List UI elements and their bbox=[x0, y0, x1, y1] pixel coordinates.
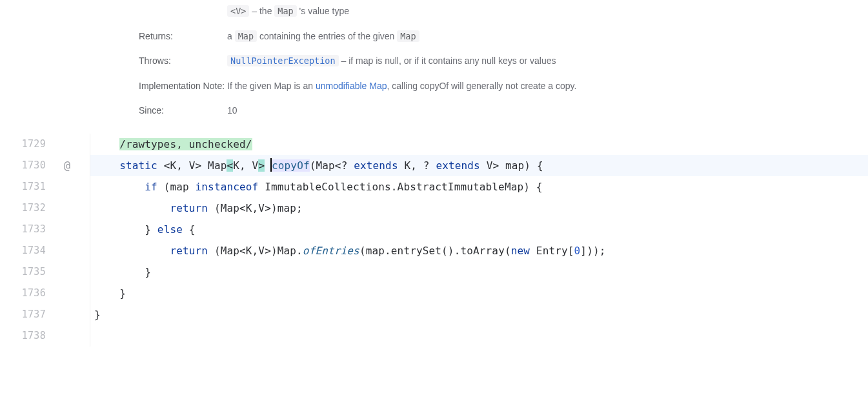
line-number: 1733 bbox=[22, 223, 90, 235]
doc-since-value: 10 bbox=[227, 103, 237, 117]
doc-impl-label: Implementation Note: bbox=[139, 79, 227, 93]
code-content[interactable]: /rawtypes, unchecked/ static <K, V> Map<… bbox=[90, 134, 868, 347]
code-line[interactable]: if (map instanceof ImmutableCollections.… bbox=[90, 176, 868, 198]
gutter-row[interactable]: 1732 bbox=[0, 198, 90, 219]
line-number: 1735 bbox=[22, 266, 90, 278]
code-line[interactable]: } bbox=[90, 261, 868, 283]
gutter-row[interactable]: 1736 bbox=[0, 283, 90, 304]
doc-throws-label: Throws: bbox=[139, 54, 227, 68]
gutter-row[interactable]: 1738 bbox=[0, 325, 90, 347]
line-number: 1737 bbox=[22, 309, 90, 320]
line-number: 1734 bbox=[22, 245, 90, 256]
doc-returns-label: Returns: bbox=[139, 29, 227, 44]
doc-code-badge: Map bbox=[235, 30, 257, 42]
doc-exception-link[interactable]: NullPointerException bbox=[227, 55, 339, 66]
doc-since-label: Since: bbox=[139, 103, 227, 117]
code-line[interactable]: /rawtypes, unchecked/ bbox=[90, 134, 868, 155]
line-number: 1731 bbox=[22, 181, 90, 192]
code-line[interactable]: return (Map<K,V>)Map.ofEntries(map.entry… bbox=[90, 240, 868, 261]
line-number: 1738 bbox=[22, 330, 90, 341]
gutter-row[interactable]: 1730@ bbox=[0, 155, 90, 176]
code-line[interactable]: } bbox=[90, 304, 868, 325]
doc-code-badge: Map bbox=[397, 30, 419, 42]
gutter-row[interactable]: 1733 bbox=[0, 219, 90, 240]
javadoc-panel: <V> – the Map 's value type Returns: a M… bbox=[0, 0, 868, 134]
doc-unmodifiable-link[interactable]: unmodifiable Map bbox=[316, 81, 387, 91]
line-gutter[interactable]: 1729 1730@ 1731 1732 1733 1734 1735 1736… bbox=[0, 134, 90, 347]
gutter-row[interactable]: 1729 bbox=[0, 134, 90, 155]
doc-impl-row: Implementation Note: If the given Map is… bbox=[0, 75, 868, 99]
code-line-active[interactable]: static <K, V> Map<K, V> copyOf(Map<? ext… bbox=[90, 155, 868, 176]
code-line[interactable]: } bbox=[90, 283, 868, 304]
doc-code-badge: <V> bbox=[227, 5, 249, 17]
gutter-row[interactable]: 1737 bbox=[0, 304, 90, 325]
line-number: 1729 bbox=[22, 138, 90, 150]
doc-code-badge: Map bbox=[274, 5, 296, 17]
code-editor[interactable]: 1729 1730@ 1731 1732 1733 1734 1735 1736… bbox=[0, 134, 868, 347]
gutter-row[interactable]: 1734 bbox=[0, 240, 90, 261]
doc-throws-row: Throws: NullPointerException – if map is… bbox=[0, 50, 868, 75]
code-line[interactable]: return (Map<K,V>)map; bbox=[90, 198, 868, 219]
line-number: 1732 bbox=[22, 202, 90, 214]
doc-typeparam-row: <V> – the Map 's value type bbox=[0, 0, 868, 25]
annotation-icon[interactable]: @ bbox=[64, 159, 70, 172]
doc-returns-row: Returns: a Map containing the entries of… bbox=[0, 25, 868, 50]
line-number: 1730 bbox=[22, 159, 90, 171]
doc-since-row: Since: 10 bbox=[0, 99, 868, 124]
gutter-row[interactable]: 1731 bbox=[0, 176, 90, 198]
line-number: 1736 bbox=[22, 287, 90, 299]
code-line[interactable] bbox=[90, 325, 868, 347]
code-line[interactable]: } else { bbox=[90, 219, 868, 240]
gutter-row[interactable]: 1735 bbox=[0, 261, 90, 283]
